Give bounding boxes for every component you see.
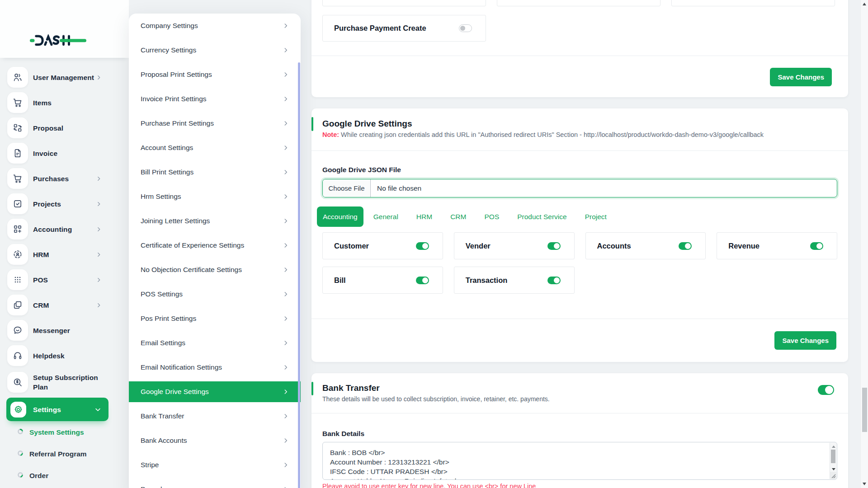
tab-hrm[interactable]: HRM (407, 206, 441, 227)
dash-logo[interactable] (30, 34, 86, 49)
settings-nav-item: Bank Accounts (129, 428, 301, 453)
bill-toggle[interactable] (416, 277, 429, 284)
chevron-right-icon (283, 340, 289, 346)
chevron-right-icon (283, 437, 289, 444)
sidebar-item-items[interactable]: Items (7, 92, 122, 113)
choose-file-button[interactable]: Choose File (323, 179, 371, 197)
sidebar-item-settings[interactable]: Settings (6, 398, 108, 421)
sidebar-item-crm[interactable]: CRM (7, 294, 122, 316)
sidebar-item-purchases[interactable]: Purchases (7, 168, 122, 189)
tab-accounting[interactable]: Accounting (317, 206, 363, 227)
settings-nav-link[interactable]: Stripe (129, 455, 301, 475)
settings-nav-link[interactable]: POS Settings (129, 284, 301, 305)
scrollbar-thumb[interactable] (831, 450, 835, 463)
scroll-up-arrow-icon[interactable] (863, 3, 866, 5)
sidebar-item-messenger[interactable]: Messenger (7, 319, 122, 341)
file-status-text: No file chosen (377, 179, 421, 197)
sidebar-item-label: POS (33, 275, 48, 285)
scroll-down-arrow-icon[interactable] (863, 483, 866, 485)
textarea-resize-grip[interactable] (830, 472, 836, 479)
sidebar-subitem-referral-program[interactable]: Referral Program (17, 450, 121, 458)
transaction-toggle[interactable] (547, 277, 561, 284)
sidebar-item-label: HRM (33, 250, 49, 259)
settings-nav-link[interactable]: Email Notification Settings (129, 357, 301, 378)
save-changes-button[interactable]: Save Changes (770, 68, 832, 86)
sidebar-subitem-system-settings[interactable]: System Settings (17, 428, 121, 436)
chevron-right-icon (283, 462, 289, 468)
settings-nav-item: Purchase Print Settings (129, 111, 301, 136)
customer-toggle[interactable] (416, 242, 429, 250)
settings-nav-link[interactable]: Certificate of Experience Settings (129, 235, 301, 256)
settings-nav-link[interactable]: Account Settings (129, 137, 301, 158)
sidebar-item-projects[interactable]: Projects (7, 193, 122, 215)
purchase-payment-create-toggle[interactable] (459, 24, 472, 32)
sidebar-item-pos[interactable]: POS (7, 269, 122, 291)
settings-nav-label: Proposal Print Settings (141, 70, 212, 79)
settings-nav-scrollbar[interactable] (298, 62, 300, 488)
sidebar-item-hrm[interactable]: HRM (7, 244, 122, 265)
chevron-right-icon (283, 218, 289, 224)
customer-box: Customer (322, 232, 443, 259)
google-drive-json-file-label: Google Drive JSON File (322, 151, 837, 174)
sidebar-subitem-order[interactable]: Order (17, 472, 121, 480)
google-drive-json-file-input[interactable]: Choose File No file chosen (322, 179, 837, 197)
tab-project[interactable]: Project (576, 206, 616, 227)
settings-nav-link[interactable]: Purchase Print Settings (129, 113, 301, 134)
settings-nav-link[interactable]: Bank Transfer (129, 406, 301, 427)
textarea-scrollbar-track (830, 443, 836, 473)
bank-header-text: Bank Transfer These details will be used… (322, 382, 550, 413)
settings-nav-link[interactable]: Hrm Settings (129, 186, 301, 207)
sidebar-item-label: User Management (33, 73, 94, 82)
settings-nav-label: Bank Accounts (141, 436, 187, 445)
sidebar-item-accounting[interactable]: Accounting (7, 218, 122, 240)
settings-nav-list: Company Settings Currency Settings Propo… (129, 14, 301, 488)
chevron-right-icon (283, 169, 289, 175)
settings-nav-link[interactable]: Bank Accounts (129, 430, 301, 451)
sidebar-item-label: Messenger (33, 326, 70, 335)
icon-box (10, 402, 26, 418)
accounts-box: Accounts (585, 232, 706, 259)
page-scrollbar[interactable] (860, 0, 868, 488)
settings-nav-link[interactable]: Invoice Print Settings (129, 89, 301, 109)
scroll-up-arrow-icon[interactable] (832, 446, 835, 448)
textarea-scrollbar[interactable] (830, 443, 836, 479)
tab-product-service[interactable]: Product Service (508, 206, 576, 227)
icon-box (7, 244, 28, 265)
tab-crm[interactable]: CRM (441, 206, 475, 227)
card-subtitle: These details will be used to collect su… (322, 395, 550, 413)
settings-nav-link[interactable]: Bill Print Settings (129, 162, 301, 183)
settings-nav-link[interactable]: Pos Print Settings (129, 308, 301, 329)
save-changes-button[interactable]: Save Changes (774, 331, 836, 350)
settings-nav-link[interactable]: Company Settings (129, 15, 301, 36)
scroll-down-arrow-icon[interactable] (832, 468, 835, 470)
icon-box (7, 320, 28, 341)
vender-toggle[interactable] (547, 242, 561, 250)
clipped-setting-box (671, 0, 835, 6)
settings-nav-link[interactable]: Proposal Print Settings (129, 64, 301, 85)
settings-nav-link[interactable]: Google Drive Settings (129, 381, 301, 402)
sidebar-item-setup-subscription-plan[interactable]: Setup Subscription Plan (7, 371, 122, 393)
bank-details-textarea[interactable]: Bank : BOB </br> Account Number : 123132… (322, 442, 837, 480)
bank-transfer-toggle[interactable] (818, 385, 834, 395)
settings-nav-link[interactable]: Paypal (129, 479, 301, 488)
scrollbar-thumb[interactable] (862, 388, 867, 432)
sidebar-item-proposal[interactable]: Proposal (7, 117, 122, 139)
settings-nav-link[interactable]: Currency Settings (129, 40, 301, 61)
settings-nav-link[interactable]: Joining Letter Settings (129, 211, 301, 231)
settings-nav-link[interactable]: Email Settings (129, 333, 301, 353)
sidebar: User Management Items (0, 0, 129, 488)
chevron-right-icon (283, 71, 289, 78)
sidebar-item-helpdesk[interactable]: Helpdesk (7, 345, 122, 366)
revenue-box: Revenue (717, 232, 837, 259)
settings-nav-link[interactable]: No Objection Certificate Settings (129, 259, 301, 280)
icon-box (7, 219, 28, 239)
chevron-right-icon (283, 47, 289, 53)
accounts-toggle[interactable] (679, 242, 692, 250)
tab-general[interactable]: General (364, 206, 407, 227)
settings-nav-label: Paypal (141, 485, 162, 488)
sidebar-item-invoice[interactable]: Invoice (7, 142, 122, 164)
tab-pos[interactable]: POS (475, 206, 508, 227)
revenue-toggle[interactable] (810, 242, 823, 250)
headset-icon (12, 350, 23, 361)
sidebar-item-user-management[interactable]: User Management (7, 66, 122, 88)
